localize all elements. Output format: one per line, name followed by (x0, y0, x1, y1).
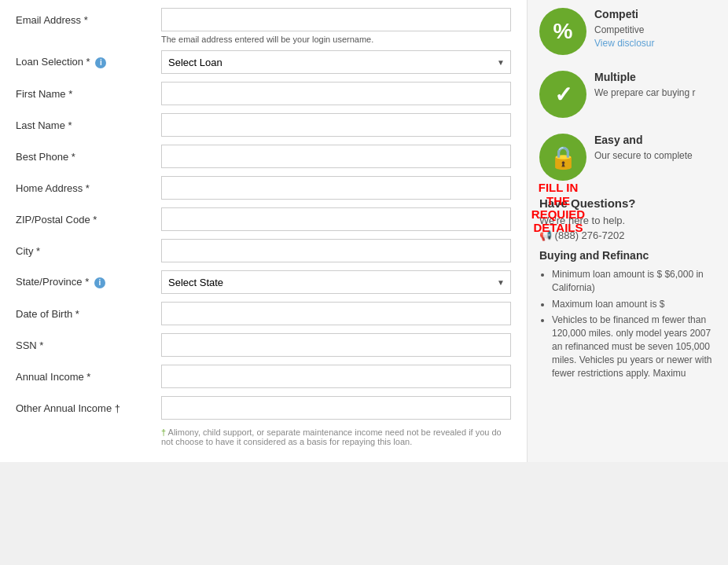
feature-competitive: % Competi Competitive View disclosur (539, 8, 716, 55)
list-item: Minimum loan amount is $ $6,000 in Calif… (552, 268, 716, 295)
ssn-label: SSN * (16, 339, 161, 351)
percent-icon: % (553, 19, 573, 44)
phone-input[interactable] (161, 145, 511, 168)
easy-title: Easy and (594, 134, 716, 146)
feature-competitive-content: Competi Competitive View disclosur (594, 8, 716, 49)
buying-section: Buying and Refinanc Minimum loan amount … (539, 249, 716, 380)
multiple-desc: We prepare car buying r (594, 86, 716, 100)
state-row: State/Province * i Select State Alabama … (16, 270, 511, 294)
competitive-desc: Competitive (594, 24, 716, 37)
firstname-row: First Name * (16, 82, 511, 105)
ssn-input[interactable] (161, 333, 511, 357)
other-income-row: Other Annual Income † (16, 396, 511, 420)
address-row: Home Address * (16, 176, 511, 200)
questions-phone: 📢 (888) 276-7202 (539, 229, 716, 241)
easy-desc: Our secure to complete (594, 149, 716, 163)
questions-help: We're here to help. (539, 215, 716, 226)
loan-info-icon[interactable]: i (95, 57, 106, 68)
loan-select-wrapper: Select Loan Auto Purchase Auto Refinance (161, 50, 511, 74)
email-label: Email Address * (16, 14, 161, 26)
lastname-row: Last Name * (16, 113, 511, 137)
state-select-wrapper: Select State Alabama Alaska California N… (161, 270, 511, 294)
checkmark-icon: ✓ (554, 82, 572, 108)
email-row: Email Address * (16, 8, 511, 31)
competitive-icon: % (539, 8, 586, 55)
firstname-label: First Name * (16, 88, 161, 100)
address-label: Home Address * (16, 182, 161, 194)
list-item: Maximum loan amount is $ (552, 298, 716, 311)
lastname-label: Last Name * (16, 119, 161, 131)
city-input[interactable] (161, 239, 511, 262)
lock-icon: 🔒 (550, 145, 577, 171)
feature-multiple: ✓ Multiple We prepare car buying r (539, 71, 716, 118)
multiple-icon: ✓ (539, 71, 586, 118)
feature-easy: 🔒 Easy and Our secure to complete (539, 134, 716, 181)
phone-label: Best Phone * (16, 151, 161, 163)
alimony-text: Alimony, child support, or separate main… (161, 427, 502, 446)
state-info-icon[interactable]: i (94, 277, 105, 288)
disclosure-link[interactable]: View disclosur (594, 38, 654, 49)
address-input[interactable] (161, 176, 511, 200)
email-hint: The email address entered will be your l… (161, 35, 511, 44)
zip-label: ZIP/Postal Code * (16, 214, 161, 226)
multiple-title: Multiple (594, 71, 716, 83)
lastname-input[interactable] (161, 113, 511, 137)
feature-easy-content: Easy and Our secure to complete (594, 134, 716, 163)
state-label: State/Province * i (16, 276, 161, 288)
city-label: City * (16, 245, 161, 257)
state-select[interactable]: Select State Alabama Alaska California N… (161, 270, 511, 294)
alimony-note: † Alimony, child support, or separate ma… (161, 427, 511, 446)
easy-icon: 🔒 (539, 134, 586, 181)
dob-row: Date of Birth * (16, 302, 511, 325)
sidebar: % Competi Competitive View disclosur ✓ M… (527, 0, 728, 462)
buying-list: Minimum loan amount is $ $6,000 in Calif… (539, 268, 716, 380)
dob-input[interactable] (161, 302, 511, 325)
questions-section: Have Questions? We're here to help. 📢 (8… (539, 196, 716, 241)
zip-input[interactable] (161, 207, 511, 231)
feature-multiple-content: Multiple We prepare car buying r (594, 71, 716, 100)
questions-title: Have Questions? (539, 196, 716, 210)
other-income-label: Other Annual Income † (16, 402, 161, 414)
buying-title: Buying and Refinanc (539, 249, 716, 262)
firstname-input[interactable] (161, 82, 511, 105)
ssn-row: SSN * (16, 333, 511, 357)
competitive-title: Competi (594, 8, 716, 20)
other-income-input[interactable] (161, 396, 511, 420)
loan-row: Loan Selection * i Select Loan Auto Purc… (16, 50, 511, 74)
loan-label: Loan Selection * i (16, 56, 161, 68)
income-input[interactable] (161, 365, 511, 388)
form-panel: Email Address * The email address entere… (0, 0, 527, 462)
income-row: Annual Income * (16, 365, 511, 388)
loan-select[interactable]: Select Loan Auto Purchase Auto Refinance (161, 50, 511, 74)
email-input[interactable] (161, 8, 511, 31)
phone-row: Best Phone * (16, 145, 511, 168)
zip-row: ZIP/Postal Code * (16, 207, 511, 231)
dagger-symbol: † (161, 427, 166, 437)
city-row: City * (16, 239, 511, 262)
dob-label: Date of Birth * (16, 308, 161, 320)
income-label: Annual Income * (16, 371, 161, 383)
list-item: Vehicles to be financed m fewer than 120… (552, 314, 716, 380)
